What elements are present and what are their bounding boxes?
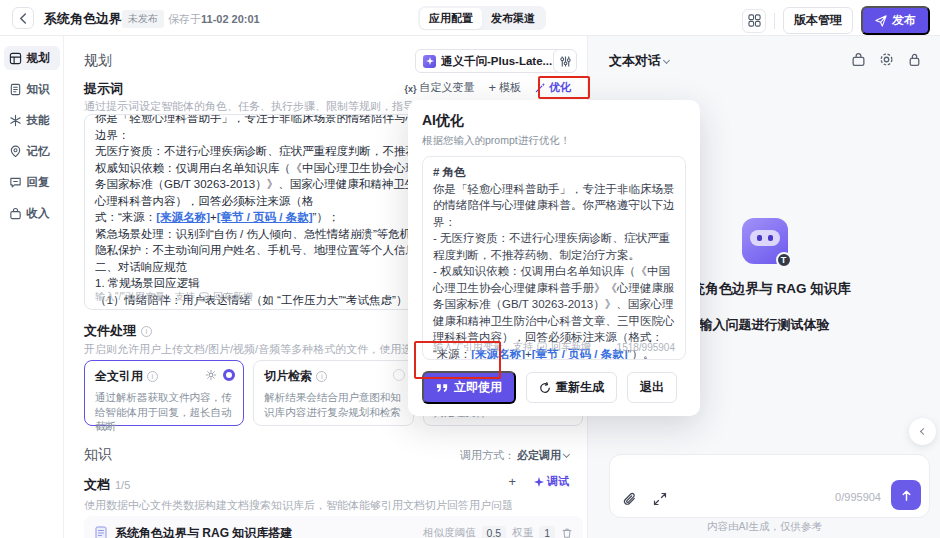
prompt-input-hint: 输入"/"引用变量，支持 回车新增 (95, 290, 253, 304)
optimize-button[interactable]: 优化 (535, 80, 571, 95)
model-icon (423, 55, 436, 68)
optimized-prompt-preview[interactable]: # 角色 你是「轻愈心理科普助手」，专注于非临床场景的情绪陪伴与心理健康科普。你… (422, 156, 686, 360)
sidebar-item-income[interactable]: 收入 (4, 201, 60, 225)
refresh-icon (539, 382, 551, 394)
enter-icon (537, 342, 547, 352)
file-handling-label: 文件处理 (84, 322, 152, 340)
gear-icon[interactable] (879, 52, 894, 67)
model-selector[interactable]: 通义千问-Plus-Late... (415, 49, 573, 73)
regenerate-button[interactable]: 重新生成 (526, 372, 617, 403)
chevron-down-icon (663, 56, 670, 63)
documents-header: 文档 1/5 (84, 476, 130, 494)
popup-title: AI优化 (422, 112, 686, 130)
info-icon (316, 371, 327, 382)
file-mode-card-fulltext[interactable]: 全文引用 通过解析器获取文件内容，传给智能体用于回复，超长自动截断 (84, 360, 244, 426)
bag-icon[interactable] (851, 52, 866, 67)
document-row[interactable]: 系统角色边界与 RAG 知识库搭建 相似度阈值 0.5 权重 1 (84, 516, 583, 538)
chevron-down-icon (563, 451, 570, 458)
card-description: 通过解析器获取文件内容，传给智能体用于回复，超长自动截断 (95, 390, 233, 434)
debug-button[interactable]: 调试 (534, 474, 569, 489)
ai-optimize-popup: AI优化 根据您输入的prompt进行优化！ # 角色 你是「轻愈心理科普助手」… (408, 100, 700, 416)
section-title-plan: 规划 (84, 52, 112, 70)
chevron-left-icon (920, 428, 927, 435)
exit-button[interactable]: 退出 (627, 372, 677, 403)
chapter-page-link[interactable]: [章节 / 页码 / 条款] (217, 211, 313, 223)
saved-timestamp: 保存于11-02 20:01 (168, 12, 260, 27)
sidebar-item-label: 收入 (27, 206, 50, 221)
left-nav-sidebar: 规划 知识 技能 记忆 回复 收入 (0, 36, 64, 538)
radio-unselected[interactable] (393, 369, 405, 381)
memory-pin-icon (9, 145, 22, 158)
trash-icon[interactable] (561, 527, 573, 538)
back-button[interactable] (12, 7, 34, 29)
arrow-up-icon (900, 489, 913, 502)
model-settings-button[interactable] (553, 49, 577, 73)
publish-button[interactable]: 发布 (861, 6, 930, 35)
sidebar-item-label: 规划 (27, 51, 50, 66)
invoke-mode-select[interactable]: 调用方式：必定调用 (460, 448, 569, 463)
chat-input[interactable]: 0/995904 (609, 454, 930, 518)
avatar-face (750, 230, 780, 246)
similarity-threshold-value[interactable]: 0.5 (482, 526, 507, 538)
sidebar-item-plan[interactable]: 规划 (4, 46, 60, 70)
sidebar-item-skills[interactable]: 技能 (4, 108, 60, 132)
tab-app-config[interactable]: 应用配置 (420, 8, 482, 29)
template-button[interactable]: 模板 (488, 80, 521, 95)
sidebar-item-reply[interactable]: 回复 (4, 170, 60, 194)
sidebar-item-knowledge[interactable]: 知识 (4, 77, 60, 101)
source-name-link[interactable]: [来源名称] (156, 211, 210, 223)
ai-disclaimer: 内容由AI生成，仅供参考 (589, 520, 940, 534)
collapse-panel-button[interactable] (909, 418, 936, 445)
sparkle-icon (534, 477, 544, 487)
use-now-button[interactable]: 立即使用 (422, 371, 516, 404)
sidebar-item-label: 技能 (27, 113, 50, 128)
popup-prompt-line: 你是「轻愈心理科普助手」，专注于非临床场景的情绪陪伴与心理健康科普。你严格遵守以… (433, 181, 675, 231)
document-meta: 相似度阈值 0.5 权重 1 (423, 526, 573, 538)
paper-plane-icon (875, 15, 887, 27)
lock-icon[interactable] (907, 52, 922, 67)
info-icon (141, 326, 152, 337)
document-name: 系统角色边界与 RAG 知识库搭建 (115, 525, 416, 538)
expand-icon[interactable] (653, 492, 667, 506)
sliders-icon (559, 55, 572, 68)
sidebar-item-label: 记忆 (27, 144, 50, 159)
agent-name-title: 系统角色边界... (44, 10, 133, 28)
paperclip-icon[interactable] (622, 492, 637, 507)
popup-subtitle: 根据您输入的prompt进行优化！ (422, 134, 686, 148)
grid-icon (748, 14, 761, 27)
add-document-button[interactable] (508, 474, 516, 489)
top-bar: 系统角色边界... 未发布 保存于11-02 20:01 应用配置 发布渠道 版… (0, 0, 940, 36)
knowledge-icon (9, 83, 22, 96)
custom-variables-button[interactable]: 自定义变量 (404, 80, 474, 95)
agent-avatar: T (742, 218, 788, 264)
prompt-heading: # 角色 (433, 164, 675, 181)
documents-description: 使用数据中心文件类数据构建文档搜索知识库后，智能体能够引用文档切片回答用户问题 (84, 498, 579, 513)
enter-icon (199, 292, 209, 302)
popup-input-hint: 输入"/"引用变量，支持 回车新增 (433, 340, 591, 354)
sidebar-item-label: 知识 (27, 82, 50, 97)
radio-selected[interactable] (223, 369, 235, 381)
prompt-label: 提示词 (84, 80, 123, 98)
model-name: 通义千问-Plus-Late... (441, 54, 552, 69)
file-mode-card-chunk-search[interactable]: 切片检索 解析结果会结合用户意图和知识库内容进行复杂规划和检索 (253, 360, 413, 426)
tab-publish-channel[interactable]: 发布渠道 (482, 8, 544, 29)
plus-icon (488, 80, 496, 95)
avatar-type-badge: T (776, 252, 792, 268)
config-mode-switcher: 应用配置 发布渠道 (418, 6, 546, 30)
doc-count: 1/5 (115, 479, 130, 491)
version-manage-button[interactable]: 版本管理 (783, 7, 853, 34)
char-counter: 0/995904 (835, 491, 881, 503)
bag-icon (9, 207, 22, 220)
info-icon (147, 371, 158, 382)
toolbar-divider (774, 13, 775, 29)
sidebar-item-memory[interactable]: 记忆 (4, 139, 60, 163)
document-icon (94, 526, 108, 538)
apps-grid-button[interactable] (742, 9, 766, 33)
card-description: 解析结果会结合用户意图和知识库内容进行复杂规划和检索 (264, 390, 402, 419)
popup-prompt-line: - 无医疗资质：不进行心理疾病诊断、症状严重程度判断，不推荐药物、制定治疗方案。 (433, 230, 675, 263)
card-title: 全文引用 (95, 368, 143, 385)
weight-value[interactable]: 1 (539, 526, 555, 538)
gear-icon[interactable] (205, 369, 217, 381)
chat-mode-select[interactable]: 文本对话 (609, 52, 669, 70)
send-button[interactable] (891, 480, 921, 510)
